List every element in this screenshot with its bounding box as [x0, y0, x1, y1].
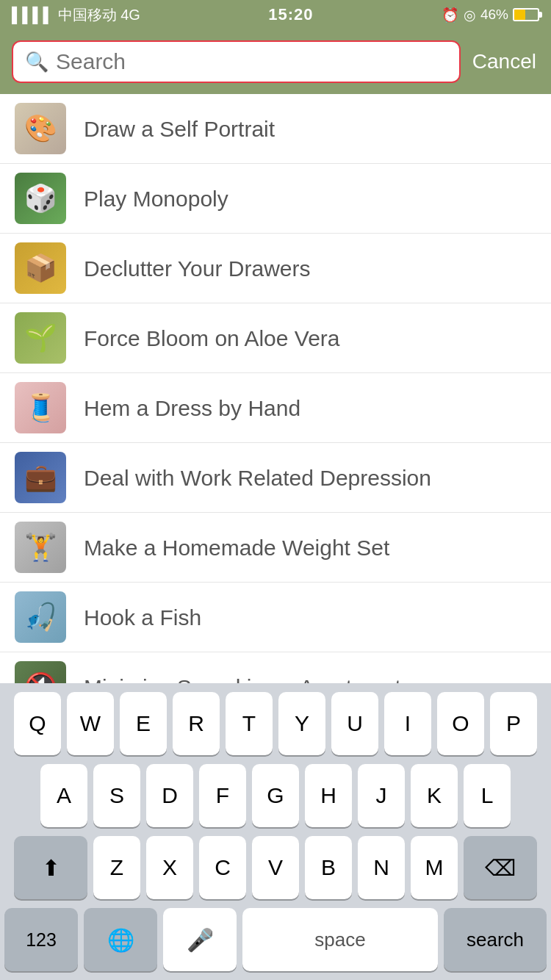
key-u[interactable]: U [331, 692, 378, 755]
item-thumbnail: 🌱 [15, 312, 66, 364]
item-label: Draw a Self Portrait [84, 115, 275, 143]
key-p[interactable]: P [490, 692, 537, 755]
battery-icon [513, 8, 539, 21]
key-y[interactable]: Y [278, 692, 325, 755]
key-h[interactable]: H [305, 764, 352, 827]
search-input[interactable] [56, 49, 447, 74]
item-thumbnail: 🎨 [15, 103, 66, 154]
list-item[interactable]: 🌱 Force Bloom on Aloe Vera [0, 303, 551, 373]
key-e[interactable]: E [120, 692, 167, 755]
item-thumbnail: 🏋️ [15, 522, 66, 573]
key-m[interactable]: M [411, 836, 458, 899]
item-label: Deal with Work Related Depression [84, 464, 431, 492]
status-time: 15:20 [268, 5, 313, 24]
article-list: 🎨 Draw a Self Portrait 🎲 Play Monopoly 📦… [0, 94, 551, 722]
num-key[interactable]: 123 [4, 908, 78, 971]
item-thumbnail: 🎣 [15, 591, 66, 643]
key-d[interactable]: D [146, 764, 193, 827]
backspace-key[interactable]: ⌫ [464, 836, 537, 899]
signal-icon: ▌▌▌▌ [12, 7, 54, 24]
item-thumbnail: 🧵 [15, 382, 66, 433]
battery-percent: 46% [480, 7, 508, 23]
list-item[interactable]: 🧵 Hem a Dress by Hand [0, 373, 551, 443]
keyboard-row-3: ⬆ ZXCVBNM⌫ [4, 836, 547, 899]
key-q[interactable]: Q [14, 692, 61, 755]
item-thumbnail: 📦 [15, 242, 66, 294]
keyboard-row-1: QWERTYUIOP [4, 692, 547, 755]
item-label: Force Bloom on Aloe Vera [84, 324, 340, 353]
alarm-icon: ⏰ [442, 7, 459, 24]
key-i[interactable]: I [384, 692, 431, 755]
key-r[interactable]: R [173, 692, 220, 755]
key-t[interactable]: T [226, 692, 273, 755]
cancel-button[interactable]: Cancel [469, 50, 539, 73]
location-icon: ◎ [464, 7, 476, 24]
keyboard-row-2: ASDFGHJKL [4, 764, 547, 827]
globe-key[interactable]: 🌐 [84, 908, 157, 971]
search-key[interactable]: search [444, 908, 547, 971]
key-a[interactable]: A [40, 764, 87, 827]
list-item[interactable]: 🎲 Play Monopoly [0, 164, 551, 234]
keyboard: QWERTYUIOP ASDFGHJKL ⬆ ZXCVBNM⌫ 123 🌐 🎤 … [0, 683, 551, 980]
key-w[interactable]: W [67, 692, 114, 755]
key-c[interactable]: C [199, 836, 246, 899]
list-item[interactable]: 🎨 Draw a Self Portrait [0, 94, 551, 164]
list-item[interactable]: 🏋️ Make a Homemade Weight Set [0, 513, 551, 583]
item-thumbnail: 💼 [15, 452, 66, 503]
key-n[interactable]: N [358, 836, 405, 899]
search-bar: 🔍 Cancel [0, 29, 551, 94]
status-carrier: ▌▌▌▌ 中国移动 4G [12, 5, 140, 25]
item-label: Play Monopoly [84, 184, 228, 213]
space-key[interactable]: space [242, 908, 438, 971]
list-item[interactable]: 💼 Deal with Work Related Depression [0, 443, 551, 513]
key-g[interactable]: G [252, 764, 299, 827]
key-b[interactable]: B [305, 836, 352, 899]
shift-key[interactable]: ⬆ [14, 836, 87, 899]
key-f[interactable]: F [199, 764, 246, 827]
key-j[interactable]: J [358, 764, 405, 827]
search-icon: 🔍 [25, 51, 48, 73]
key-v[interactable]: V [252, 836, 299, 899]
list-item[interactable]: 🎣 Hook a Fish [0, 583, 551, 652]
search-input-wrapper[interactable]: 🔍 [12, 40, 461, 83]
key-k[interactable]: K [411, 764, 458, 827]
key-x[interactable]: X [146, 836, 193, 899]
key-l[interactable]: L [464, 764, 511, 827]
key-o[interactable]: O [437, 692, 484, 755]
status-bar: ▌▌▌▌ 中国移动 4G 15:20 ⏰ ◎ 46% [0, 0, 551, 29]
key-s[interactable]: S [93, 764, 140, 827]
list-item[interactable]: 📦 Declutter Your Drawers [0, 234, 551, 303]
item-label: Declutter Your Drawers [84, 254, 310, 283]
item-thumbnail: 🎲 [15, 173, 66, 224]
mic-key[interactable]: 🎤 [163, 908, 237, 971]
item-label: Hook a Fish [84, 603, 201, 632]
key-z[interactable]: Z [93, 836, 140, 899]
item-label: Hem a Dress by Hand [84, 394, 300, 422]
keyboard-row-4: 123 🌐 🎤 space search [4, 908, 547, 971]
item-label: Make a Homemade Weight Set [84, 533, 389, 562]
status-right: ⏰ ◎ 46% [442, 7, 539, 24]
carrier-label: 中国移动 4G [58, 5, 140, 25]
